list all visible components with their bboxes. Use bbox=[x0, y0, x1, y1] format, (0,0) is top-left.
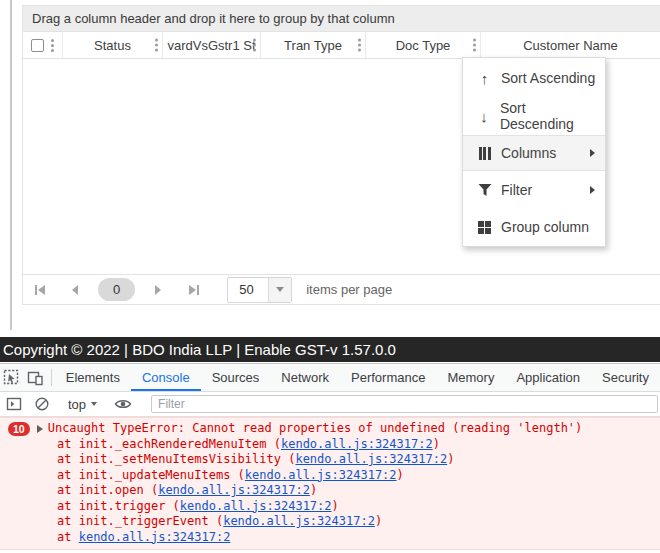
eye-icon bbox=[114, 397, 132, 411]
column-menu-icon[interactable] bbox=[51, 44, 54, 47]
grid-header-row: Status vardVsGstr1 St Tran Type Doc Type… bbox=[23, 32, 660, 59]
menu-item-sort-ascending[interactable]: ↑ Sort Ascending bbox=[463, 59, 605, 97]
page-size-value: 50 bbox=[228, 278, 268, 302]
stack-text: ) bbox=[397, 468, 404, 482]
submenu-arrow-icon bbox=[590, 186, 595, 194]
inspect-cursor-icon bbox=[3, 369, 20, 386]
tab-console[interactable]: Console bbox=[131, 364, 201, 391]
column-menu-icon[interactable] bbox=[358, 44, 361, 47]
column-context-menu: ↑ Sort Ascending ↓ Sort Descending Colum… bbox=[462, 57, 606, 247]
app-footer: Copyright © 2022 | BDO India LLP | Enabl… bbox=[0, 337, 660, 362]
stack-frame: at init._updateMenuItems (kendo.all.js:3… bbox=[0, 468, 660, 484]
menu-item-label: Columns bbox=[501, 145, 556, 161]
javascript-context-dropdown[interactable]: top bbox=[63, 397, 102, 412]
source-link[interactable]: kendo.all.js:324317:2 bbox=[295, 452, 447, 466]
pager-current-page-button[interactable]: 0 bbox=[98, 278, 135, 301]
tab-sources[interactable]: Sources bbox=[201, 364, 271, 391]
dropdown-arrow-button[interactable] bbox=[268, 278, 291, 302]
submenu-arrow-icon bbox=[590, 149, 595, 157]
clear-console-button[interactable] bbox=[28, 396, 56, 412]
stack-text: at init._triggerEvent ( bbox=[57, 514, 223, 528]
stack-text: ) bbox=[375, 514, 382, 528]
stack-frame: at init.open (kendo.all.js:324317:2) bbox=[0, 483, 660, 499]
column-header-label: Customer Name bbox=[523, 38, 618, 53]
stack-text: at init.open ( bbox=[57, 483, 158, 497]
arrow-right-icon bbox=[153, 284, 163, 296]
menu-item-label: Group column bbox=[501, 219, 589, 235]
column-header-label: Tran Type bbox=[284, 38, 342, 53]
page-left-divider bbox=[10, 0, 12, 330]
seek-first-icon bbox=[33, 284, 47, 296]
error-message-text: Uncaught TypeError: Cannot read properti… bbox=[48, 421, 583, 437]
tab-security[interactable]: Security bbox=[591, 364, 660, 391]
console-error-message: 10 Uncaught TypeError: Cannot read prope… bbox=[0, 417, 660, 550]
grid-pager: 0 50 items per page bbox=[23, 274, 660, 304]
create-live-expression-button[interactable] bbox=[109, 397, 137, 411]
clear-console-icon bbox=[34, 396, 50, 412]
items-per-page-label: items per page bbox=[306, 282, 392, 297]
devtools-tabbar: Elements Console Sources Network Perform… bbox=[0, 364, 660, 392]
console-sidebar-icon bbox=[6, 396, 23, 412]
column-menu-icon[interactable] bbox=[473, 44, 476, 47]
select-all-header-cell bbox=[23, 32, 63, 58]
column-header-tran-type[interactable]: Tran Type bbox=[261, 32, 366, 58]
stack-frame: at init._setMenuItemsVisibility (kendo.a… bbox=[0, 452, 660, 468]
pager-last-page-button[interactable] bbox=[183, 279, 205, 301]
console-filter-input[interactable] bbox=[151, 395, 658, 413]
column-header-customer-name[interactable]: Customer Name bbox=[481, 32, 660, 58]
column-menu-icon[interactable] bbox=[155, 44, 158, 47]
filter-icon bbox=[476, 183, 493, 197]
stack-text: at init._updateMenuItems ( bbox=[57, 468, 245, 482]
copyright-text: Copyright © 2022 | BDO India LLP | Enabl… bbox=[3, 341, 396, 358]
stack-text: at init._setMenuItemsVisibility ( bbox=[57, 452, 295, 466]
column-header-label: Doc Type bbox=[396, 38, 451, 53]
source-link[interactable]: kendo.all.js:324317:2 bbox=[281, 437, 433, 451]
tab-elements[interactable]: Elements bbox=[55, 364, 131, 391]
source-link[interactable]: kendo.all.js:324317:2 bbox=[223, 514, 375, 528]
pager-prev-page-button[interactable] bbox=[64, 279, 86, 301]
devtools-panel: Elements Console Sources Network Perform… bbox=[0, 363, 660, 553]
console-toolbar: top bbox=[0, 392, 660, 417]
columns-icon bbox=[476, 147, 493, 160]
sort-descending-icon: ↓ bbox=[476, 108, 492, 125]
menu-item-filter[interactable]: Filter bbox=[463, 171, 605, 209]
stack-text: ) bbox=[310, 483, 317, 497]
column-menu-icon[interactable] bbox=[253, 44, 256, 47]
tab-application[interactable]: Application bbox=[505, 364, 591, 391]
tab-performance[interactable]: Performance bbox=[340, 364, 436, 391]
expand-triangle-icon[interactable] bbox=[37, 425, 43, 433]
source-link[interactable]: kendo.all.js:324317:2 bbox=[180, 499, 332, 513]
menu-item-columns[interactable]: Columns bbox=[463, 135, 605, 171]
menu-item-group-column[interactable]: Group column bbox=[463, 209, 605, 245]
stack-text: ) bbox=[433, 437, 440, 451]
source-link[interactable]: kendo.all.js:324317:2 bbox=[79, 530, 231, 544]
menu-item-label: Sort Ascending bbox=[501, 70, 595, 86]
column-header-vardvsgstr1[interactable]: vardVsGstr1 St bbox=[163, 32, 261, 58]
group-column-icon bbox=[476, 221, 493, 234]
tab-memory[interactable]: Memory bbox=[436, 364, 505, 391]
select-all-checkbox[interactable] bbox=[31, 39, 44, 52]
stack-frame: at init.trigger (kendo.all.js:324317:2) bbox=[0, 499, 660, 515]
error-first-line: 10 Uncaught TypeError: Cannot read prope… bbox=[0, 421, 660, 437]
toggle-device-toolbar-button[interactable] bbox=[24, 364, 48, 391]
source-link[interactable]: kendo.all.js:324317:2 bbox=[245, 468, 397, 482]
tab-network[interactable]: Network bbox=[270, 364, 340, 391]
grid-group-drop-zone[interactable]: Drag a column header and drop it here to… bbox=[23, 6, 660, 32]
source-link[interactable]: kendo.all.js:324317:2 bbox=[158, 483, 310, 497]
column-header-label: Status bbox=[94, 38, 131, 53]
page-size-dropdown[interactable]: 50 bbox=[227, 277, 292, 303]
pager-next-page-button[interactable] bbox=[147, 279, 169, 301]
seek-last-icon bbox=[187, 284, 201, 296]
stack-text: ) bbox=[447, 452, 454, 466]
screen: Drag a column header and drop it here to… bbox=[0, 0, 660, 553]
error-count-badge: 10 bbox=[8, 422, 30, 436]
chevron-down-icon bbox=[276, 287, 284, 292]
menu-item-sort-descending[interactable]: ↓ Sort Descending bbox=[463, 97, 605, 135]
column-header-doc-type[interactable]: Doc Type bbox=[366, 32, 481, 58]
pager-first-page-button[interactable] bbox=[29, 279, 51, 301]
stack-frame: at kendo.all.js:324317:2 bbox=[0, 530, 660, 546]
column-header-label: vardVsGstr1 St bbox=[167, 38, 255, 53]
inspect-element-button[interactable] bbox=[0, 364, 24, 391]
column-header-status[interactable]: Status bbox=[63, 32, 163, 58]
show-console-sidebar-button[interactable] bbox=[0, 396, 28, 412]
